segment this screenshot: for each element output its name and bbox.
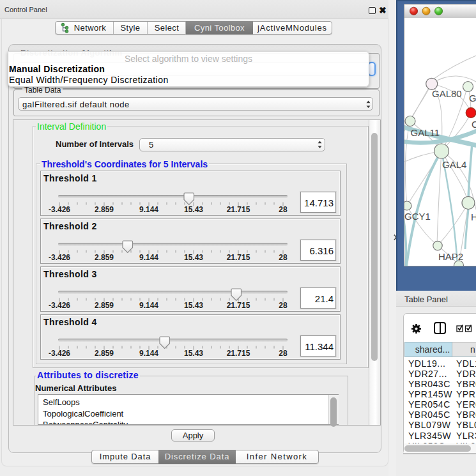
svg-text:H: H	[471, 211, 476, 222]
svg-text:GAL4: GAL4	[442, 159, 466, 170]
svg-text:GAL80: GAL80	[432, 88, 462, 99]
svg-text:GA: GA	[469, 93, 476, 104]
svg-text:GAL11: GAL11	[411, 127, 440, 138]
svg-text:GCY1: GCY1	[404, 211, 431, 222]
svg-text:C: C	[472, 119, 476, 130]
svg-text:HAP2: HAP2	[438, 251, 463, 262]
